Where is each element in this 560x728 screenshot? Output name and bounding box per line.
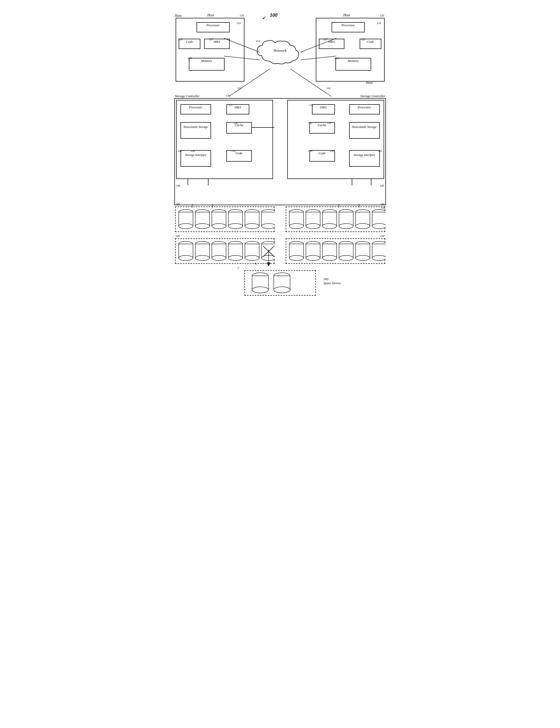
left-sc-nv-box: Nonvolatile Storage (180, 122, 211, 139)
left-sc-cache-box: Cache (226, 122, 252, 134)
right-bottom-drive-ref: 140 (380, 234, 385, 237)
right-memory-ref: 126 (335, 57, 339, 60)
left-sc-si-ref138: 138 (191, 149, 195, 152)
svg-point-29 (306, 224, 320, 229)
left-hba-label: HBA (205, 39, 229, 44)
left-sc-code-label: Code (227, 151, 251, 156)
left-sc-processor-box: Processor (180, 104, 211, 114)
left-processor-box: Processor (197, 22, 230, 32)
svg-point-76 (356, 255, 370, 261)
left-si-line2 (208, 179, 209, 185)
left-sc-label: Storage Controller (175, 94, 200, 98)
spare-drives-group: ↖ ↑ 260 Spare Drives (244, 270, 316, 296)
left-hba-ref: 127 (209, 38, 214, 41)
left-memory-box: Memory (189, 58, 225, 71)
right-sc-processor-label: Processor (350, 105, 379, 110)
right-host-box: 120 Host Processor 124 HBA 127 Code 125 … (316, 18, 385, 82)
left-bottom-drives-svg (176, 239, 275, 264)
left-memory-label: Memory (189, 58, 224, 63)
svg-point-35 (339, 224, 353, 229)
system-ref-label: 100 (270, 12, 278, 18)
svg-point-38 (356, 224, 370, 229)
left-si-line1 (188, 179, 188, 185)
svg-point-8 (179, 224, 193, 229)
left-hba-box: HBA (204, 39, 230, 49)
right-processor-ref: 124 (377, 21, 381, 24)
storage-system-box: 130 Storage Controller 136 Processor HBA… (174, 98, 386, 205)
left-line-ref: 135 (237, 87, 242, 90)
network-cloud: Network 110 (255, 38, 306, 71)
right-sc-si-ref141: 141 (378, 149, 382, 152)
left-sc-cache-label: Cache (227, 123, 251, 128)
svg-point-70 (322, 255, 337, 261)
left-sc-si-label: Storage Interface (181, 153, 211, 158)
right-hba-ref: 127 (323, 38, 328, 41)
right-processor-label: Processor (332, 23, 364, 28)
svg-point-17 (228, 224, 243, 229)
right-top-drives-svg (286, 207, 386, 232)
left-sc-box: Processor HBA 137 Nonvolatile Storage Ca… (176, 100, 273, 179)
left-top-drives-svg (176, 207, 275, 232)
svg-point-26 (289, 224, 304, 229)
svg-point-23 (262, 224, 275, 229)
left-host-text: Host (207, 13, 214, 17)
spare-drives-label-text: 260 Spare Drives (323, 277, 341, 285)
left-top-drive-ref: 140 (176, 202, 180, 205)
left-sc-hba-ref: 137 (229, 103, 233, 107)
spare-drives-ref: 260 (323, 277, 329, 281)
svg-point-82 (252, 287, 268, 293)
svg-point-79 (372, 255, 386, 261)
left-sc-code-box: Code (226, 150, 252, 162)
svg-point-67 (306, 255, 320, 261)
right-sc-box: HBA 137 Processor Cache 142 136 Nonvolat… (287, 100, 384, 179)
right-sc-cache-ref142: 142 (308, 121, 312, 124)
right-host-ref: 120 (380, 14, 384, 17)
right-hba-box: HBA (319, 39, 344, 49)
left-sc-cache-ref: 142 (234, 121, 238, 124)
spare-drives-svg (245, 271, 316, 296)
left-processor-ref: 124 (237, 21, 241, 24)
right-sc-cache-ref136: 136 (327, 121, 332, 124)
svg-point-20 (245, 224, 259, 229)
svg-point-73 (339, 255, 353, 261)
svg-point-53 (228, 255, 243, 261)
right-sc-si-label: Storage Interface (350, 153, 379, 158)
right-sc-label: Storage Controller (360, 94, 385, 98)
right-processor-box: Processor (332, 22, 365, 32)
svg-point-11 (195, 224, 210, 229)
svg-point-44 (179, 255, 193, 261)
left-processor-label: Processor (197, 23, 229, 28)
right-memory-box: Memory (335, 58, 371, 71)
svg-point-64 (289, 255, 304, 261)
svg-point-32 (322, 224, 337, 229)
drive-group-ref-2: 140 (380, 184, 384, 187)
right-sc-nv-box: Nonvolatile Storage (349, 122, 380, 139)
right-line-ref: 135 (326, 87, 331, 90)
left-sc-si-ref141: 141 (178, 149, 182, 152)
right-si-line2 (371, 179, 371, 185)
right-bottom-drive-group: 140 (286, 238, 385, 264)
right-memory-label: Memory (336, 58, 371, 63)
spare-drives-label: Spare Drives (323, 281, 341, 285)
right-sc-code-ref138: 138 (330, 149, 334, 152)
right-sc-processor-box: Processor (349, 104, 380, 114)
left-bottom-drive-ref: 140 (176, 234, 180, 237)
system-arrow: ↙ (262, 15, 266, 20)
cache-connector-left (252, 127, 274, 128)
left-top-drive-group: 140 (175, 206, 275, 232)
svg-point-14 (212, 224, 226, 229)
right-sc-hba-box: HBA (312, 104, 335, 114)
left-host-ref: 120 (240, 14, 244, 17)
right-sc-hba-label: HBA (312, 105, 334, 110)
left-host-box: 120 Host Processor 124 Code 125 HBA 127 … (176, 18, 244, 82)
network-label: Network (255, 48, 306, 53)
left-sc-code-ref: 139 (231, 149, 236, 152)
right-host-label: Host (366, 81, 373, 85)
right-hba-label: HBA (319, 39, 344, 44)
right-host-text: Host (343, 13, 350, 17)
right-top-drive-ref: 140 (380, 202, 385, 205)
right-sc-nv-label: Nonvolatile Storage (350, 125, 379, 129)
left-sc-nv-label: Nonvolatile Storage (181, 125, 211, 129)
svg-point-85 (274, 287, 290, 293)
right-sc-code-ref: 139 (308, 149, 312, 152)
